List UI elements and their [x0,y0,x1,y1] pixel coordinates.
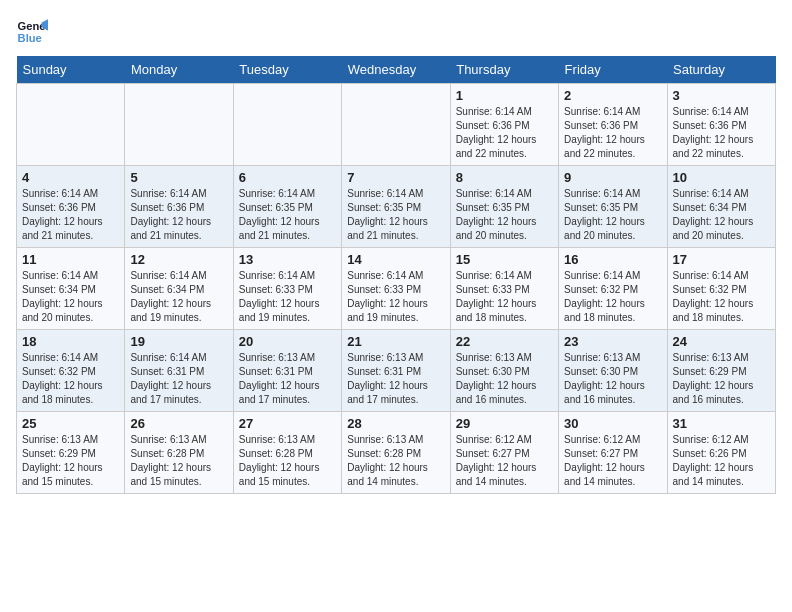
day-info: Sunrise: 6:14 AM Sunset: 6:35 PM Dayligh… [239,187,336,243]
day-number: 9 [564,170,661,185]
calendar-week-5: 25Sunrise: 6:13 AM Sunset: 6:29 PM Dayli… [17,412,776,494]
day-number: 6 [239,170,336,185]
header-row: SundayMondayTuesdayWednesdayThursdayFrid… [17,56,776,84]
calendar-cell: 25Sunrise: 6:13 AM Sunset: 6:29 PM Dayli… [17,412,125,494]
day-number: 25 [22,416,119,431]
logo: General Blue [16,16,48,48]
day-number: 4 [22,170,119,185]
day-info: Sunrise: 6:14 AM Sunset: 6:35 PM Dayligh… [564,187,661,243]
day-number: 18 [22,334,119,349]
day-number: 22 [456,334,553,349]
day-number: 3 [673,88,770,103]
header-day-thursday: Thursday [450,56,558,84]
calendar-week-4: 18Sunrise: 6:14 AM Sunset: 6:32 PM Dayli… [17,330,776,412]
day-number: 16 [564,252,661,267]
calendar-cell: 4Sunrise: 6:14 AM Sunset: 6:36 PM Daylig… [17,166,125,248]
day-number: 17 [673,252,770,267]
calendar-cell: 28Sunrise: 6:13 AM Sunset: 6:28 PM Dayli… [342,412,450,494]
calendar-cell: 10Sunrise: 6:14 AM Sunset: 6:34 PM Dayli… [667,166,775,248]
day-info: Sunrise: 6:13 AM Sunset: 6:30 PM Dayligh… [456,351,553,407]
day-number: 11 [22,252,119,267]
calendar-week-1: 1Sunrise: 6:14 AM Sunset: 6:36 PM Daylig… [17,84,776,166]
calendar-cell: 17Sunrise: 6:14 AM Sunset: 6:32 PM Dayli… [667,248,775,330]
header-day-saturday: Saturday [667,56,775,84]
header: General Blue [16,16,776,48]
day-number: 24 [673,334,770,349]
calendar-cell: 24Sunrise: 6:13 AM Sunset: 6:29 PM Dayli… [667,330,775,412]
calendar-cell: 8Sunrise: 6:14 AM Sunset: 6:35 PM Daylig… [450,166,558,248]
calendar-cell: 11Sunrise: 6:14 AM Sunset: 6:34 PM Dayli… [17,248,125,330]
day-number: 21 [347,334,444,349]
calendar-header: SundayMondayTuesdayWednesdayThursdayFrid… [17,56,776,84]
day-info: Sunrise: 6:14 AM Sunset: 6:35 PM Dayligh… [347,187,444,243]
calendar-cell: 29Sunrise: 6:12 AM Sunset: 6:27 PM Dayli… [450,412,558,494]
day-number: 27 [239,416,336,431]
header-day-friday: Friday [559,56,667,84]
calendar-cell: 13Sunrise: 6:14 AM Sunset: 6:33 PM Dayli… [233,248,341,330]
day-number: 29 [456,416,553,431]
calendar-cell: 5Sunrise: 6:14 AM Sunset: 6:36 PM Daylig… [125,166,233,248]
day-info: Sunrise: 6:13 AM Sunset: 6:30 PM Dayligh… [564,351,661,407]
day-info: Sunrise: 6:14 AM Sunset: 6:32 PM Dayligh… [673,269,770,325]
day-number: 8 [456,170,553,185]
day-number: 20 [239,334,336,349]
day-info: Sunrise: 6:13 AM Sunset: 6:31 PM Dayligh… [347,351,444,407]
calendar-cell: 31Sunrise: 6:12 AM Sunset: 6:26 PM Dayli… [667,412,775,494]
day-number: 30 [564,416,661,431]
calendar-cell: 20Sunrise: 6:13 AM Sunset: 6:31 PM Dayli… [233,330,341,412]
day-number: 31 [673,416,770,431]
day-info: Sunrise: 6:14 AM Sunset: 6:34 PM Dayligh… [130,269,227,325]
day-info: Sunrise: 6:13 AM Sunset: 6:28 PM Dayligh… [347,433,444,489]
day-info: Sunrise: 6:14 AM Sunset: 6:33 PM Dayligh… [347,269,444,325]
day-info: Sunrise: 6:12 AM Sunset: 6:26 PM Dayligh… [673,433,770,489]
calendar-cell: 6Sunrise: 6:14 AM Sunset: 6:35 PM Daylig… [233,166,341,248]
day-number: 19 [130,334,227,349]
day-number: 15 [456,252,553,267]
day-info: Sunrise: 6:13 AM Sunset: 6:28 PM Dayligh… [130,433,227,489]
day-info: Sunrise: 6:14 AM Sunset: 6:36 PM Dayligh… [22,187,119,243]
day-info: Sunrise: 6:14 AM Sunset: 6:34 PM Dayligh… [673,187,770,243]
day-info: Sunrise: 6:13 AM Sunset: 6:29 PM Dayligh… [22,433,119,489]
day-info: Sunrise: 6:13 AM Sunset: 6:28 PM Dayligh… [239,433,336,489]
calendar-cell: 21Sunrise: 6:13 AM Sunset: 6:31 PM Dayli… [342,330,450,412]
logo-icon: General Blue [16,16,48,48]
day-info: Sunrise: 6:14 AM Sunset: 6:32 PM Dayligh… [22,351,119,407]
calendar-cell [125,84,233,166]
day-number: 10 [673,170,770,185]
calendar-cell [17,84,125,166]
calendar-cell: 26Sunrise: 6:13 AM Sunset: 6:28 PM Dayli… [125,412,233,494]
day-number: 7 [347,170,444,185]
day-info: Sunrise: 6:14 AM Sunset: 6:34 PM Dayligh… [22,269,119,325]
calendar-cell: 12Sunrise: 6:14 AM Sunset: 6:34 PM Dayli… [125,248,233,330]
calendar-body: 1Sunrise: 6:14 AM Sunset: 6:36 PM Daylig… [17,84,776,494]
calendar-cell [233,84,341,166]
calendar-cell: 23Sunrise: 6:13 AM Sunset: 6:30 PM Dayli… [559,330,667,412]
calendar-week-2: 4Sunrise: 6:14 AM Sunset: 6:36 PM Daylig… [17,166,776,248]
day-number: 28 [347,416,444,431]
day-number: 23 [564,334,661,349]
day-info: Sunrise: 6:14 AM Sunset: 6:36 PM Dayligh… [564,105,661,161]
day-info: Sunrise: 6:14 AM Sunset: 6:33 PM Dayligh… [456,269,553,325]
day-info: Sunrise: 6:13 AM Sunset: 6:31 PM Dayligh… [239,351,336,407]
day-number: 12 [130,252,227,267]
calendar-cell: 14Sunrise: 6:14 AM Sunset: 6:33 PM Dayli… [342,248,450,330]
header-day-sunday: Sunday [17,56,125,84]
day-number: 26 [130,416,227,431]
day-number: 2 [564,88,661,103]
calendar-cell [342,84,450,166]
day-info: Sunrise: 6:14 AM Sunset: 6:35 PM Dayligh… [456,187,553,243]
day-number: 5 [130,170,227,185]
day-info: Sunrise: 6:13 AM Sunset: 6:29 PM Dayligh… [673,351,770,407]
calendar-table: SundayMondayTuesdayWednesdayThursdayFrid… [16,56,776,494]
calendar-week-3: 11Sunrise: 6:14 AM Sunset: 6:34 PM Dayli… [17,248,776,330]
calendar-cell: 3Sunrise: 6:14 AM Sunset: 6:36 PM Daylig… [667,84,775,166]
calendar-cell: 9Sunrise: 6:14 AM Sunset: 6:35 PM Daylig… [559,166,667,248]
day-info: Sunrise: 6:14 AM Sunset: 6:36 PM Dayligh… [673,105,770,161]
day-info: Sunrise: 6:14 AM Sunset: 6:33 PM Dayligh… [239,269,336,325]
day-number: 1 [456,88,553,103]
day-info: Sunrise: 6:14 AM Sunset: 6:36 PM Dayligh… [456,105,553,161]
day-info: Sunrise: 6:12 AM Sunset: 6:27 PM Dayligh… [456,433,553,489]
calendar-cell: 7Sunrise: 6:14 AM Sunset: 6:35 PM Daylig… [342,166,450,248]
header-day-tuesday: Tuesday [233,56,341,84]
day-info: Sunrise: 6:14 AM Sunset: 6:36 PM Dayligh… [130,187,227,243]
